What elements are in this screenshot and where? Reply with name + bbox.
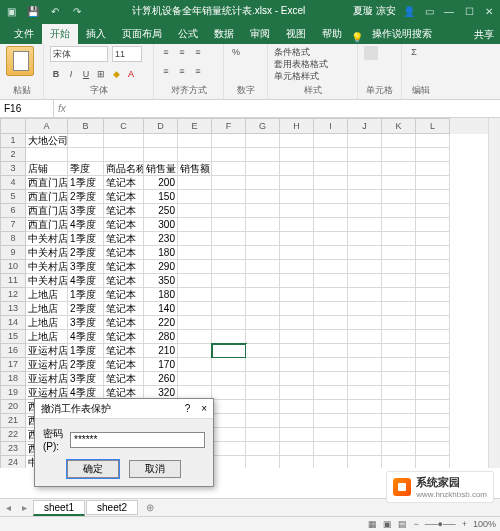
cell[interactable]	[348, 428, 382, 442]
cell[interactable]	[212, 372, 246, 386]
cell[interactable]	[382, 260, 416, 274]
cell[interactable]: 230	[144, 232, 178, 246]
cell[interactable]	[348, 358, 382, 372]
cell[interactable]	[280, 442, 314, 456]
cell[interactable]	[348, 260, 382, 274]
cell[interactable]	[178, 176, 212, 190]
cell[interactable]: 笔记本	[104, 204, 144, 218]
cell[interactable]	[382, 176, 416, 190]
cell[interactable]	[382, 316, 416, 330]
cell[interactable]	[416, 232, 450, 246]
col-header[interactable]: A	[26, 118, 68, 134]
underline-button[interactable]: U	[80, 68, 92, 80]
cell[interactable]	[416, 400, 450, 414]
cell[interactable]	[314, 400, 348, 414]
cell[interactable]	[416, 330, 450, 344]
cell[interactable]: 西直门店	[26, 218, 68, 232]
row-header[interactable]: 4	[0, 176, 26, 190]
font-color-button[interactable]: A	[125, 68, 137, 80]
cell[interactable]: 上地店	[26, 330, 68, 344]
cell[interactable]	[212, 330, 246, 344]
cell[interactable]	[280, 246, 314, 260]
name-box[interactable]: F16	[0, 100, 54, 117]
cell[interactable]	[416, 134, 450, 148]
cell[interactable]	[416, 302, 450, 316]
cell[interactable]	[416, 344, 450, 358]
cell-style-button[interactable]: 单元格样式	[274, 70, 351, 82]
cell[interactable]: 170	[144, 358, 178, 372]
cell[interactable]	[212, 274, 246, 288]
cell[interactable]	[314, 358, 348, 372]
cell[interactable]: 店铺	[26, 162, 68, 176]
row-header[interactable]: 14	[0, 316, 26, 330]
cell[interactable]: 140	[144, 302, 178, 316]
select-all-corner[interactable]	[0, 118, 26, 134]
cell[interactable]	[348, 344, 382, 358]
row-header[interactable]: 16	[0, 344, 26, 358]
cond-fmt-button[interactable]: 条件格式	[274, 46, 351, 58]
cell[interactable]	[246, 260, 280, 274]
cell[interactable]	[280, 260, 314, 274]
cell[interactable]	[144, 134, 178, 148]
align-center-icon[interactable]: ≡	[176, 65, 188, 77]
align-mid-icon[interactable]: ≡	[176, 46, 188, 58]
cell[interactable]: 中关村店	[26, 274, 68, 288]
cell[interactable]: 2季度	[68, 246, 104, 260]
cell[interactable]	[348, 134, 382, 148]
cell[interactable]: 商品名称	[104, 162, 144, 176]
cell[interactable]	[416, 372, 450, 386]
cell[interactable]: 290	[144, 260, 178, 274]
cell[interactable]	[280, 456, 314, 468]
cell[interactable]: 4季度	[68, 330, 104, 344]
dialog-help-icon[interactable]: ?	[185, 403, 191, 414]
cell[interactable]	[104, 134, 144, 148]
row-header[interactable]: 8	[0, 232, 26, 246]
cell[interactable]	[178, 372, 212, 386]
cell[interactable]	[178, 260, 212, 274]
row-header[interactable]: 23	[0, 442, 26, 456]
cell[interactable]	[416, 176, 450, 190]
col-header[interactable]: F	[212, 118, 246, 134]
cell[interactable]	[314, 148, 348, 162]
cell[interactable]: 大地公司某品牌计算机设备全年销量统计表	[26, 134, 68, 148]
cell[interactable]: 4季度	[68, 274, 104, 288]
cell[interactable]: 中关村店	[26, 232, 68, 246]
cell[interactable]	[280, 274, 314, 288]
cell[interactable]	[280, 428, 314, 442]
align-bot-icon[interactable]: ≡	[192, 46, 204, 58]
insert-cells-icon[interactable]	[364, 46, 378, 60]
cell[interactable]	[246, 288, 280, 302]
cell[interactable]	[212, 218, 246, 232]
vertical-scrollbar[interactable]	[488, 118, 500, 468]
tab-formula[interactable]: 公式	[170, 24, 206, 44]
bold-button[interactable]: B	[50, 68, 62, 80]
row-header[interactable]: 13	[0, 302, 26, 316]
cell[interactable]: 180	[144, 288, 178, 302]
cell[interactable]: 3季度	[68, 204, 104, 218]
cell[interactable]	[416, 246, 450, 260]
cell[interactable]	[382, 344, 416, 358]
cell[interactable]	[212, 204, 246, 218]
cell[interactable]: 350	[144, 274, 178, 288]
cell[interactable]	[348, 190, 382, 204]
cell[interactable]	[178, 274, 212, 288]
cell[interactable]	[104, 148, 144, 162]
cell[interactable]: 3季度	[68, 372, 104, 386]
cell[interactable]	[246, 316, 280, 330]
cell[interactable]	[416, 414, 450, 428]
cell[interactable]: 上地店	[26, 316, 68, 330]
cell[interactable]	[314, 414, 348, 428]
cell[interactable]	[382, 456, 416, 468]
cell[interactable]: 1季度	[68, 344, 104, 358]
cell[interactable]	[178, 218, 212, 232]
cell[interactable]	[246, 218, 280, 232]
cell[interactable]: 1季度	[68, 176, 104, 190]
tab-data[interactable]: 数据	[206, 24, 242, 44]
zoom-out-icon[interactable]: −	[413, 519, 418, 529]
share-button[interactable]: 共享	[474, 28, 494, 42]
cell[interactable]: 亚运村店	[26, 358, 68, 372]
new-sheet-button[interactable]: ⊕	[142, 502, 158, 513]
cell[interactable]	[246, 134, 280, 148]
cell[interactable]	[178, 246, 212, 260]
cell[interactable]	[382, 204, 416, 218]
